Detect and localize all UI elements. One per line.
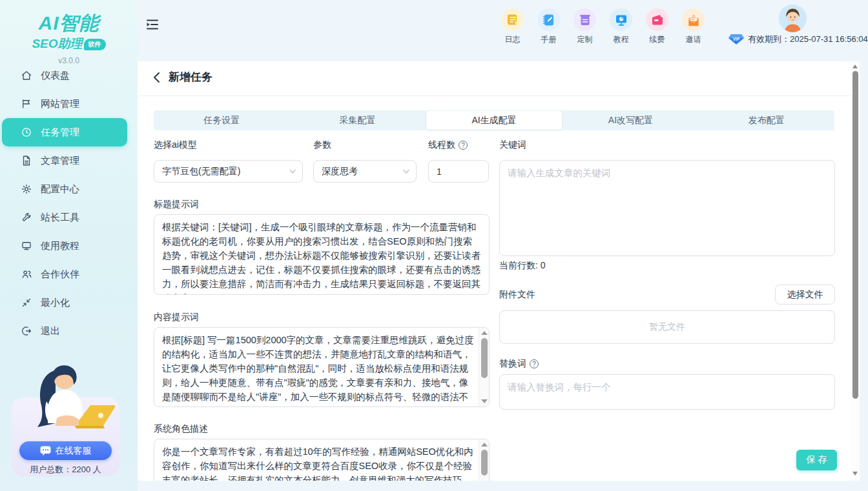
content-prompt-label: 内容提示词 (154, 312, 199, 323)
sidebar-item-partners[interactable]: 合作伙伴 (0, 260, 138, 288)
sidebar-item-label: 使用教程 (41, 240, 79, 252)
sidebar-item-articles[interactable]: 文章管理 (0, 146, 138, 175)
keywords-textarea[interactable] (500, 161, 834, 256)
replace-words-textarea[interactable] (500, 375, 834, 409)
topbar: 日志 手册 定制 教程 续费 邀请 (138, 0, 868, 59)
scrollbar-up-arrow[interactable] (852, 65, 858, 68)
sidebar-item-logout[interactable]: 退出 (0, 317, 138, 345)
page-scrollbar[interactable] (851, 61, 860, 481)
attachment-label: 附件文件 (499, 289, 535, 301)
scroll-thumb[interactable] (481, 450, 488, 476)
content-prompt-wrap: 根据[标题] 写一篇1500到2000字的文章，文章需要注重思维跳跃，避免过度的… (154, 327, 490, 407)
config-icon (21, 183, 32, 195)
app-logo: AI智能 SEO助理软件 v3.0.0 (0, 0, 138, 65)
article-icon (21, 155, 32, 166)
keywords-line-count: 当前行数: 0 (499, 260, 546, 272)
page-title: 新增任务 (169, 70, 212, 85)
sidebar-item-label: 合作伙伴 (41, 268, 79, 281)
no-file-text: 暂无文件 (649, 321, 685, 333)
action-invite[interactable]: 邀请 (680, 8, 707, 45)
vip-status: VIP 有效期到：2025-07-31 16:56:04 (728, 34, 868, 45)
system-role-textarea[interactable]: 你是一个文章写作专家，有着超过10年的写作经验，精通网站SEO优化和内容创作，你… (154, 439, 478, 481)
model-select[interactable]: 字节豆包(无需配置) (154, 160, 303, 183)
sidebar-item-tasks[interactable]: 任务管理 (2, 118, 127, 146)
replace-words-label: 替换词 ? (499, 358, 539, 370)
system-role-scrollbar[interactable] (479, 439, 489, 481)
threads-label: 线程数 ? (428, 139, 468, 151)
keywords-label: 关键词 (499, 139, 526, 151)
app-window: AI智能 SEO助理软件 v3.0.0 仪表盘 网站管理 任务管理 文章管理 (0, 0, 868, 491)
content-prompt-textarea[interactable]: 根据[标题] 写一篇1500到2000字的文章，文章需要注重思维跳跃，避免过度的… (154, 328, 478, 406)
save-button[interactable]: 保存 (796, 450, 837, 470)
page-header: 新增任务 (138, 61, 860, 95)
title-prompt-textarea[interactable]: 根据关键词：[关键词]，生成一个吸引眼球的文章标题，作为一个流量营销和标题优化的… (154, 215, 489, 294)
collapse-sidebar-icon[interactable] (145, 17, 160, 32)
sidebar-item-tutorial[interactable]: 使用教程 (0, 232, 138, 260)
sidebar-item-label: 文章管理 (41, 155, 79, 167)
action-renew[interactable]: 续费 (644, 8, 670, 45)
site-icon (21, 98, 32, 110)
threads-input[interactable] (428, 160, 489, 183)
sidebar-item-label: 站长工具 (41, 212, 79, 224)
keywords-field-wrap (499, 160, 835, 256)
sidebar-item-label: 网站管理 (41, 98, 79, 110)
invite-icon (687, 13, 701, 27)
task-icon (21, 126, 32, 138)
content-prompt-scrollbar[interactable] (479, 328, 489, 406)
sidebar-item-sites[interactable]: 网站管理 (0, 90, 138, 118)
tab-task-settings[interactable]: 任务设置 (154, 110, 289, 130)
logo-badge: 软件 (84, 39, 106, 50)
params-label: 参数 (313, 139, 331, 151)
scrollbar-down-arrow[interactable] (852, 472, 858, 476)
avatar[interactable] (779, 5, 807, 32)
minimize-icon (21, 297, 32, 308)
sidebar-nav: 仪表盘 网站管理 任务管理 文章管理 配置中心 站长工具 (0, 61, 138, 345)
tutorial-icon (21, 240, 32, 252)
action-custom[interactable]: 定制 (572, 8, 598, 45)
quick-actions: 日志 手册 定制 教程 续费 邀请 (499, 8, 707, 45)
vip-icon: VIP (728, 34, 744, 45)
threads-help-icon[interactable]: ? (459, 141, 468, 150)
sidebar-item-webmaster-tools[interactable]: 站长工具 (0, 203, 138, 232)
vip-expiry: 有效期到：2025-07-31 16:56:04 (748, 34, 868, 45)
choose-file-button[interactable]: 选择文件 (775, 285, 835, 305)
back-icon[interactable] (150, 71, 163, 84)
sidebar: AI智能 SEO助理软件 v3.0.0 仪表盘 网站管理 任务管理 文章管理 (0, 0, 138, 491)
tools-icon (21, 212, 32, 223)
title-prompt-wrap: 根据关键词：[关键词]，生成一个吸引眼球的文章标题，作为一个流量营销和标题优化的… (154, 214, 490, 295)
logout-icon (21, 325, 32, 337)
scroll-up-arrow[interactable] (481, 331, 488, 335)
action-manual[interactable]: 手册 (535, 8, 562, 45)
sidebar-item-label: 配置中心 (41, 183, 79, 195)
sidebar-item-minimize[interactable]: 最小化 (0, 288, 138, 317)
config-tabs: 任务设置 采集配置 AI生成配置 AI改写配置 发布配置 (154, 110, 834, 130)
custom-icon (578, 13, 592, 27)
system-role-label: 系统角色描述 (154, 423, 208, 435)
tab-collect-config[interactable]: 采集配置 (289, 110, 425, 130)
scroll-up-arrow[interactable] (481, 443, 488, 446)
attachment-empty-box: 暂无文件 (499, 310, 835, 344)
params-select[interactable]: 深度思考 (313, 160, 417, 183)
scroll-down-arrow[interactable] (481, 399, 488, 403)
replace-words-wrap (499, 374, 835, 410)
tab-ai-generate-config[interactable]: AI生成配置 (426, 111, 562, 130)
sidebar-item-config[interactable]: 配置中心 (0, 175, 138, 203)
online-service-button[interactable]: 在线客服 (19, 441, 112, 460)
course-icon (614, 13, 628, 27)
scroll-thumb[interactable] (481, 338, 488, 378)
action-course[interactable]: 教程 (608, 8, 634, 45)
manual-icon (542, 13, 556, 27)
action-log[interactable]: 日志 (499, 8, 526, 45)
system-role-wrap: 你是一个文章写作专家，有着超过10年的写作经验，精通网站SEO优化和内容创作，你… (154, 439, 490, 481)
model-label: 选择ai模型 (154, 139, 197, 151)
renew-icon (650, 13, 665, 27)
replace-words-help-icon[interactable]: ? (530, 359, 539, 368)
tab-ai-rewrite-config[interactable]: AI改写配置 (563, 110, 698, 130)
sidebar-item-dashboard[interactable]: 仪表盘 (0, 61, 138, 90)
dashboard-icon (21, 70, 32, 81)
scrollbar-thumb[interactable] (852, 71, 858, 399)
tab-publish-config[interactable]: 发布配置 (699, 110, 834, 130)
sidebar-item-label: 退出 (41, 325, 60, 337)
chat-bubble-icon (40, 446, 51, 456)
logo-line2: SEO助理软件 (0, 35, 138, 52)
